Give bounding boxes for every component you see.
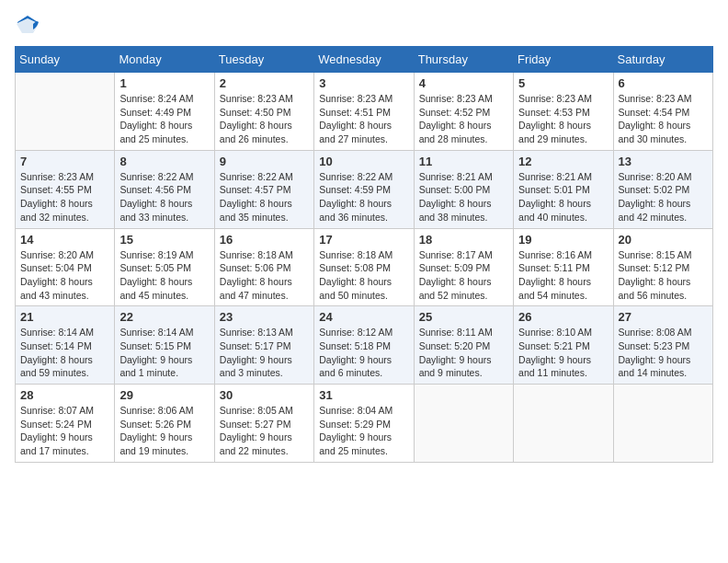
weekday-header-saturday: Saturday	[613, 47, 712, 73]
day-info: Sunrise: 8:18 AM Sunset: 5:08 PM Dayligh…	[319, 248, 408, 303]
day-number: 5	[518, 76, 608, 90]
day-info: Sunrise: 8:22 AM Sunset: 4:56 PM Dayligh…	[119, 170, 209, 224]
calendar-cell: 14Sunrise: 8:20 AM Sunset: 5:04 PM Dayli…	[16, 228, 115, 306]
day-info: Sunrise: 8:22 AM Sunset: 4:57 PM Dayligh…	[220, 170, 309, 224]
day-number: 18	[419, 233, 508, 247]
logo	[15, 15, 44, 35]
calendar-cell: 5Sunrise: 8:23 AM Sunset: 4:53 PM Daylig…	[514, 73, 613, 151]
weekday-header-thursday: Thursday	[414, 47, 513, 73]
calendar-cell: 26Sunrise: 8:10 AM Sunset: 5:21 PM Dayli…	[514, 306, 613, 385]
day-number: 12	[518, 155, 608, 168]
day-number: 23	[220, 310, 309, 324]
day-number: 10	[319, 155, 408, 168]
day-number: 16	[220, 233, 309, 247]
calendar-cell: 29Sunrise: 8:06 AM Sunset: 5:26 PM Dayli…	[115, 385, 214, 463]
calendar-cell	[16, 73, 115, 151]
calendar-cell: 17Sunrise: 8:18 AM Sunset: 5:08 PM Dayli…	[314, 228, 414, 306]
calendar-cell: 2Sunrise: 8:23 AM Sunset: 4:50 PM Daylig…	[214, 73, 313, 151]
day-info: Sunrise: 8:20 AM Sunset: 5:04 PM Dayligh…	[20, 248, 109, 303]
day-info: Sunrise: 8:11 AM Sunset: 5:20 PM Dayligh…	[419, 326, 508, 380]
day-number: 27	[619, 310, 708, 324]
logo-icon	[15, 15, 40, 35]
day-info: Sunrise: 8:22 AM Sunset: 4:59 PM Dayligh…	[319, 170, 408, 224]
day-number: 24	[319, 310, 408, 324]
day-info: Sunrise: 8:23 AM Sunset: 4:53 PM Dayligh…	[518, 92, 608, 146]
calendar-cell: 24Sunrise: 8:12 AM Sunset: 5:18 PM Dayli…	[314, 306, 414, 385]
day-info: Sunrise: 8:14 AM Sunset: 5:14 PM Dayligh…	[20, 326, 109, 380]
calendar-cell: 11Sunrise: 8:21 AM Sunset: 5:00 PM Dayli…	[414, 150, 513, 228]
calendar-cell: 30Sunrise: 8:05 AM Sunset: 5:27 PM Dayli…	[214, 385, 313, 463]
calendar-week-row: 21Sunrise: 8:14 AM Sunset: 5:14 PM Dayli…	[16, 306, 713, 385]
day-number: 29	[119, 388, 209, 402]
weekday-header-sunday: Sunday	[16, 47, 115, 73]
calendar-week-row: 14Sunrise: 8:20 AM Sunset: 5:04 PM Dayli…	[16, 228, 713, 306]
day-info: Sunrise: 8:07 AM Sunset: 5:24 PM Dayligh…	[20, 404, 109, 458]
day-number: 9	[220, 155, 309, 168]
day-number: 3	[319, 76, 408, 90]
calendar-cell: 6Sunrise: 8:23 AM Sunset: 4:54 PM Daylig…	[613, 73, 712, 151]
calendar-cell: 12Sunrise: 8:21 AM Sunset: 5:01 PM Dayli…	[514, 150, 613, 228]
calendar-cell	[514, 385, 613, 463]
calendar-cell: 27Sunrise: 8:08 AM Sunset: 5:23 PM Dayli…	[613, 306, 712, 385]
day-info: Sunrise: 8:20 AM Sunset: 5:02 PM Dayligh…	[619, 170, 708, 224]
day-number: 28	[20, 388, 109, 402]
day-info: Sunrise: 8:08 AM Sunset: 5:23 PM Dayligh…	[619, 326, 708, 380]
page-header	[15, 15, 713, 35]
calendar-cell: 13Sunrise: 8:20 AM Sunset: 5:02 PM Dayli…	[613, 150, 712, 228]
day-info: Sunrise: 8:19 AM Sunset: 5:05 PM Dayligh…	[119, 248, 209, 303]
calendar-cell: 4Sunrise: 8:23 AM Sunset: 4:52 PM Daylig…	[414, 73, 513, 151]
calendar-cell: 23Sunrise: 8:13 AM Sunset: 5:17 PM Dayli…	[214, 306, 313, 385]
calendar-cell: 15Sunrise: 8:19 AM Sunset: 5:05 PM Dayli…	[115, 228, 214, 306]
day-info: Sunrise: 8:23 AM Sunset: 4:54 PM Dayligh…	[619, 92, 708, 146]
day-info: Sunrise: 8:23 AM Sunset: 4:55 PM Dayligh…	[20, 170, 109, 224]
day-number: 14	[20, 233, 109, 247]
calendar-cell	[613, 385, 712, 463]
day-info: Sunrise: 8:23 AM Sunset: 4:50 PM Dayligh…	[220, 92, 309, 146]
calendar-cell: 20Sunrise: 8:15 AM Sunset: 5:12 PM Dayli…	[613, 228, 712, 306]
weekday-header-tuesday: Tuesday	[214, 47, 313, 73]
day-info: Sunrise: 8:23 AM Sunset: 4:52 PM Dayligh…	[419, 92, 508, 146]
day-number: 19	[518, 233, 608, 247]
day-number: 20	[619, 233, 708, 247]
weekday-header-monday: Monday	[115, 47, 214, 73]
calendar-cell: 21Sunrise: 8:14 AM Sunset: 5:14 PM Dayli…	[16, 306, 115, 385]
calendar-cell: 22Sunrise: 8:14 AM Sunset: 5:15 PM Dayli…	[115, 306, 214, 385]
calendar-table: SundayMondayTuesdayWednesdayThursdayFrid…	[15, 46, 713, 463]
day-number: 7	[20, 155, 109, 168]
day-info: Sunrise: 8:17 AM Sunset: 5:09 PM Dayligh…	[419, 248, 508, 303]
day-number: 26	[518, 310, 608, 324]
weekday-header-friday: Friday	[514, 47, 613, 73]
calendar-cell: 1Sunrise: 8:24 AM Sunset: 4:49 PM Daylig…	[115, 73, 214, 151]
day-number: 4	[419, 76, 508, 90]
day-number: 31	[319, 388, 408, 402]
day-number: 11	[419, 155, 508, 168]
calendar-cell: 28Sunrise: 8:07 AM Sunset: 5:24 PM Dayli…	[16, 385, 115, 463]
day-info: Sunrise: 8:18 AM Sunset: 5:06 PM Dayligh…	[220, 248, 309, 303]
day-number: 30	[220, 388, 309, 402]
day-number: 6	[619, 76, 708, 90]
calendar-week-row: 1Sunrise: 8:24 AM Sunset: 4:49 PM Daylig…	[16, 73, 713, 151]
day-number: 22	[119, 310, 209, 324]
calendar-cell: 7Sunrise: 8:23 AM Sunset: 4:55 PM Daylig…	[16, 150, 115, 228]
day-info: Sunrise: 8:21 AM Sunset: 5:00 PM Dayligh…	[419, 170, 508, 224]
calendar-cell: 3Sunrise: 8:23 AM Sunset: 4:51 PM Daylig…	[314, 73, 414, 151]
day-number: 8	[119, 155, 209, 168]
day-number: 1	[119, 76, 209, 90]
day-info: Sunrise: 8:04 AM Sunset: 5:29 PM Dayligh…	[319, 404, 408, 458]
day-number: 17	[319, 233, 408, 247]
weekday-header-row: SundayMondayTuesdayWednesdayThursdayFrid…	[16, 47, 713, 73]
day-info: Sunrise: 8:14 AM Sunset: 5:15 PM Dayligh…	[119, 326, 209, 380]
calendar-cell: 16Sunrise: 8:18 AM Sunset: 5:06 PM Dayli…	[214, 228, 313, 306]
calendar-week-row: 7Sunrise: 8:23 AM Sunset: 4:55 PM Daylig…	[16, 150, 713, 228]
day-info: Sunrise: 8:06 AM Sunset: 5:26 PM Dayligh…	[119, 404, 209, 458]
day-number: 2	[220, 76, 309, 90]
weekday-header-wednesday: Wednesday	[314, 47, 414, 73]
day-info: Sunrise: 8:24 AM Sunset: 4:49 PM Dayligh…	[119, 92, 209, 146]
day-info: Sunrise: 8:15 AM Sunset: 5:12 PM Dayligh…	[619, 248, 708, 303]
day-info: Sunrise: 8:05 AM Sunset: 5:27 PM Dayligh…	[220, 404, 309, 458]
calendar-cell: 9Sunrise: 8:22 AM Sunset: 4:57 PM Daylig…	[214, 150, 313, 228]
day-number: 25	[419, 310, 508, 324]
calendar-cell: 8Sunrise: 8:22 AM Sunset: 4:56 PM Daylig…	[115, 150, 214, 228]
day-number: 13	[619, 155, 708, 168]
calendar-cell: 10Sunrise: 8:22 AM Sunset: 4:59 PM Dayli…	[314, 150, 414, 228]
